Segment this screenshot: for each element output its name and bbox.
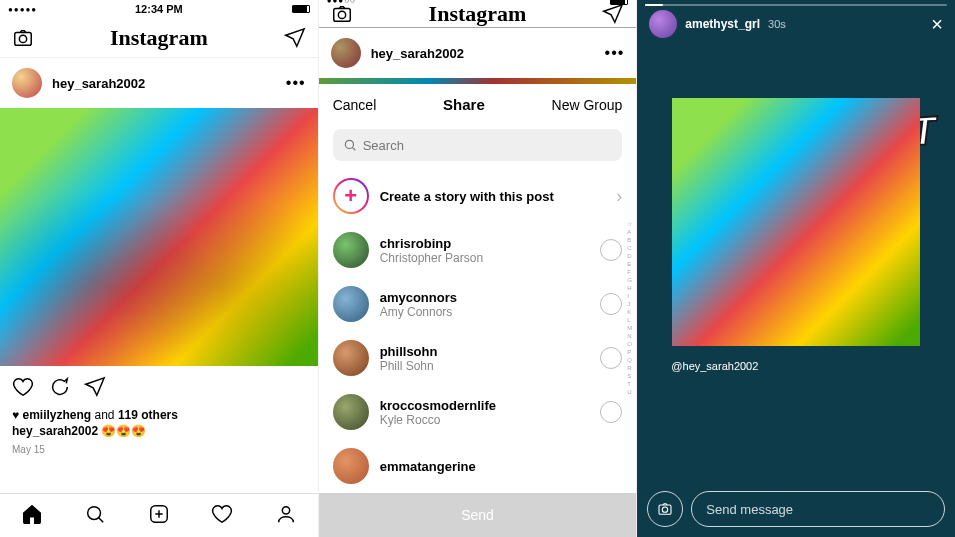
tab-add[interactable] [148,503,170,529]
avatar [333,340,369,376]
chevron-right-icon: › [616,186,622,207]
cancel-button[interactable]: Cancel [333,97,377,113]
post-actions [0,366,318,408]
avatar [333,448,369,484]
index-scroll[interactable]: ☆ABCDEFGHIJKLMNOPQRSTU [627,220,632,396]
radio-select[interactable] [600,239,622,261]
svg-point-6 [338,12,345,19]
message-input[interactable]: Send message [691,491,945,527]
contact-row[interactable]: phillsohnPhill Sohn [319,331,637,385]
svg-point-2 [88,506,101,519]
tab-activity[interactable] [211,503,233,529]
comment-icon[interactable] [48,376,70,402]
story-header: amethyst_grl 30s × [637,0,955,48]
tab-profile[interactable] [275,503,297,529]
add-story-icon: + [333,178,369,214]
story-time: 30s [768,18,786,30]
story-username[interactable]: amethyst_grl [685,17,760,31]
avatar [333,232,369,268]
direct-icon [602,3,624,25]
create-story-row[interactable]: + Create a story with this post › [319,169,637,223]
post-header: hey_sarah2002 ••• [0,58,318,108]
svg-point-4 [282,506,289,513]
embedded-post[interactable] [672,98,920,346]
svg-rect-8 [659,505,671,514]
status-bar: ●●●●● 12:34 PM [0,0,318,18]
post-image[interactable] [0,108,318,366]
feed-screen: ●●●●● 12:34 PM Instagram hey_sarah2002 •… [0,0,319,537]
mention-tag[interactable]: @hey_sarah2002 [671,360,758,372]
svg-point-1 [19,35,26,42]
share-header: Cancel Share New Group [319,84,637,125]
tab-search[interactable] [84,503,106,529]
feed-header: Instagram [0,18,318,58]
svg-point-9 [663,507,668,512]
search-icon [343,138,357,152]
more-icon: ••• [605,44,625,62]
tab-home[interactable] [21,503,43,529]
camera-button[interactable] [647,491,683,527]
instagram-logo: Instagram [110,25,208,51]
story-progress [645,4,947,6]
avatar[interactable] [649,10,677,38]
svg-rect-0 [15,32,32,45]
avatar [333,394,369,430]
post-header: hey_sarah2002 ••• [319,28,637,78]
share-icon[interactable] [84,376,106,402]
post-date: May 15 [0,440,318,459]
contact-row[interactable]: chrisrobinpChristopher Parson [319,223,637,277]
avatar[interactable] [12,68,42,98]
search-input[interactable]: Search [333,129,623,161]
story-screen: amethyst_grl 30s × WANT @hey_sarah2002 S… [637,0,955,537]
username[interactable]: hey_sarah2002 [52,76,276,91]
more-icon[interactable]: ••• [286,74,306,92]
story-footer: Send message [637,481,955,537]
feed-header-dimmed: Instagram [319,1,637,28]
battery-icon [292,5,310,13]
share-title: Share [443,96,485,113]
direct-icon[interactable] [284,27,306,49]
like-icon[interactable] [12,376,34,402]
radio-select[interactable] [600,293,622,315]
share-sheet: Cancel Share New Group Search + Create a… [319,84,637,537]
radio-select[interactable] [600,347,622,369]
contact-row[interactable]: kroccosmodernlifeKyle Rocco [319,385,637,439]
svg-point-7 [345,140,353,148]
share-screen: ●●●○○ Instagram hey_sarah2002 ••• Cancel… [319,0,638,537]
username: hey_sarah2002 [371,46,595,61]
signal-dots-icon: ●●●●● [8,5,37,14]
camera-icon[interactable] [12,27,34,49]
caption: hey_sarah2002 😍😍😍 [0,422,318,440]
close-icon[interactable]: × [931,13,943,36]
avatar [331,38,361,68]
new-group-button[interactable]: New Group [552,97,623,113]
contact-row[interactable]: emmatangerine [319,439,637,493]
likes-line[interactable]: ♥ emiilyzheng and 119 others [0,408,318,422]
radio-select[interactable] [600,401,622,423]
instagram-logo: Instagram [429,1,527,27]
tab-bar [0,493,318,537]
contact-row[interactable]: amyconnorsAmy Connors [319,277,637,331]
camera-icon [331,3,353,25]
story-canvas[interactable]: WANT @hey_sarah2002 [637,48,955,481]
svg-rect-5 [333,9,350,22]
clock: 12:34 PM [135,3,183,15]
avatar [333,286,369,322]
send-button[interactable]: Send [319,493,637,537]
